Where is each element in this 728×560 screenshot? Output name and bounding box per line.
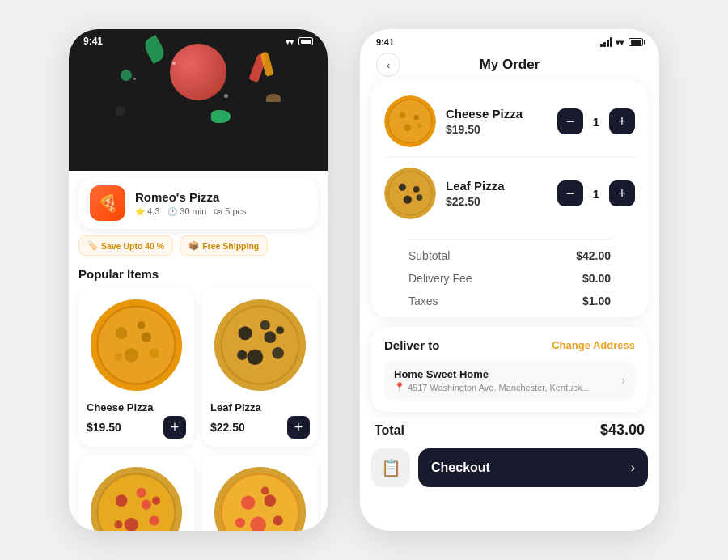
pizza-card-tomz[interactable]: Tomz Pizza $20.00 xyxy=(202,455,318,531)
pizza-card-peri[interactable]: Peri Pizza $18.00 xyxy=(78,455,194,531)
svg-point-37 xyxy=(261,487,269,495)
cheese-pizza-price-row: $19.50 + xyxy=(87,416,186,439)
total-label: Total xyxy=(375,423,404,438)
leaf-pizza-price: $22.50 xyxy=(210,421,245,434)
delivery-fee-label: Delivery Fee xyxy=(408,272,472,285)
order-cheese-img xyxy=(384,95,436,147)
leaf-pizza-price-row: $22.50 + xyxy=(210,416,310,439)
subtotal-row: Subtotal $42.00 xyxy=(408,244,611,267)
svg-point-5 xyxy=(125,348,138,362)
svg-point-11 xyxy=(222,308,298,383)
order-leaf-name: Leaf Pizza xyxy=(446,179,548,193)
svg-point-8 xyxy=(138,321,146,329)
change-address-btn[interactable]: Change Address xyxy=(552,339,635,351)
bag-icon: 🛍 xyxy=(214,207,222,216)
leaf-qty-decrease[interactable]: − xyxy=(557,180,583,206)
svg-point-44 xyxy=(417,123,421,128)
deliver-section: Deliver to Change Address Home Sweet Hom… xyxy=(371,327,648,412)
right-phone: 9:41 ▾▾ ‹ My Order xyxy=(360,29,659,531)
order-cheese-name: Cheese Pizza xyxy=(446,107,548,121)
clock-icon: 🕐 xyxy=(167,207,177,216)
checkout-icon: 📋 xyxy=(381,458,401,477)
svg-point-14 xyxy=(248,349,264,365)
peri-pizza-img xyxy=(87,463,186,531)
leaf-qty-increase[interactable]: + xyxy=(609,180,635,206)
restaurant-emoji: 🍕 xyxy=(98,193,118,213)
svg-point-23 xyxy=(142,500,151,510)
deliver-header: Deliver to Change Address xyxy=(384,338,635,352)
order-leaf-info: Leaf Pizza $22.50 xyxy=(446,179,548,208)
promo-bar: 🏷️ Save Upto 40 % 📦 Free Shipping xyxy=(78,235,318,256)
hero-status-icons: ▾▾ xyxy=(270,36,313,46)
subtotal-label: Subtotal xyxy=(408,249,450,262)
signal-icon xyxy=(270,36,282,46)
popular-title: Popular Items xyxy=(78,267,318,281)
restaurant-meta: ⭐ 4.3 🕐 30 min 🛍 5 pcs xyxy=(135,206,247,216)
svg-point-36 xyxy=(235,518,245,528)
checkout-button[interactable]: Checkout › xyxy=(418,448,648,487)
svg-point-42 xyxy=(413,115,418,120)
hero-status-bar: 9:41 ▾▾ xyxy=(69,29,328,47)
cheese-pizza-img xyxy=(87,295,186,395)
star-icon: ⭐ xyxy=(135,207,145,216)
svg-point-3 xyxy=(116,327,128,339)
delivery-fee-value: $0.00 xyxy=(582,272,611,285)
order-signal-icon xyxy=(600,37,612,47)
pizza-grid: Cheese Pizza $19.50 + xyxy=(78,287,318,531)
svg-point-6 xyxy=(149,348,159,358)
order-item-leaf: Leaf Pizza $22.50 − 1 + xyxy=(384,157,635,229)
address-name: Home Sweet Home xyxy=(394,368,589,380)
tomz-pizza-img xyxy=(210,463,310,531)
svg-point-50 xyxy=(404,196,412,204)
cheese-qty-decrease[interactable]: − xyxy=(557,108,583,134)
restaurant-info: Romeo's Pizza ⭐ 4.3 🕐 30 min 🛍 5 pcs xyxy=(135,190,247,216)
pizza-card-cheese[interactable]: Cheese Pizza $19.50 + xyxy=(78,287,194,447)
promo-tag-2[interactable]: 📦 Free Shipping xyxy=(180,235,268,256)
battery-icon xyxy=(298,37,313,45)
svg-point-28 xyxy=(152,497,160,505)
order-leaf-img xyxy=(384,168,436,219)
order-wifi-icon: ▾▾ xyxy=(616,38,624,47)
svg-point-16 xyxy=(237,350,247,360)
taxes-label: Taxes xyxy=(408,295,438,308)
restaurant-logo: 🍕 xyxy=(90,185,125,221)
total-value: $43.00 xyxy=(600,422,645,439)
svg-point-4 xyxy=(142,333,151,342)
svg-point-18 xyxy=(276,326,284,334)
address-row[interactable]: Home Sweet Home 📍 4517 Washington Ave. M… xyxy=(384,360,635,401)
svg-point-47 xyxy=(389,172,431,214)
order-battery-icon xyxy=(629,38,643,46)
svg-point-22 xyxy=(116,494,128,507)
left-phone: 9:41 ▾▾ 🍕 Romeo's Pizza ⭐ 4.3 xyxy=(69,29,328,531)
pizza-card-leaf[interactable]: Leaf Pizza $22.50 + xyxy=(202,287,318,447)
svg-point-49 xyxy=(413,186,420,193)
address-info: Home Sweet Home 📍 4517 Washington Ave. M… xyxy=(394,368,589,392)
hero-bg xyxy=(69,29,328,171)
order-items-card: Cheese Pizza $19.50 − 1 + xyxy=(371,81,648,317)
promo-tag-1[interactable]: 🏷️ Save Upto 40 % xyxy=(78,235,173,256)
hero-time: 9:41 xyxy=(83,36,103,47)
order-time: 9:41 xyxy=(376,37,394,47)
leaf-pizza-add-btn[interactable]: + xyxy=(287,416,310,439)
cheese-qty-num: 1 xyxy=(590,115,603,129)
address-line: 📍 4517 Washington Ave. Manchester, Kentu… xyxy=(394,382,589,392)
order-cheese-price: $19.50 xyxy=(446,123,548,136)
restaurant-card[interactable]: 🍕 Romeo's Pizza ⭐ 4.3 🕐 30 min 🛍 5 pcs xyxy=(78,177,318,229)
svg-point-33 xyxy=(264,494,276,507)
address-chevron-icon: › xyxy=(621,374,625,387)
leaf-pizza-img xyxy=(210,295,310,395)
svg-point-2 xyxy=(99,308,174,383)
rating-meta: ⭐ 4.3 xyxy=(135,206,159,216)
cheese-qty-controls: − 1 + xyxy=(557,108,635,134)
svg-point-13 xyxy=(264,331,276,343)
svg-point-41 xyxy=(400,112,406,118)
checkout-arrow-icon: › xyxy=(631,460,635,475)
deliver-title: Deliver to xyxy=(384,338,439,352)
svg-point-15 xyxy=(272,347,284,359)
cheese-qty-increase[interactable]: + xyxy=(609,108,635,134)
hero-banner: 9:41 ▾▾ xyxy=(69,29,328,171)
delivery-fee-row: Delivery Fee $0.00 xyxy=(408,267,611,290)
back-button[interactable]: ‹ xyxy=(376,53,400,77)
time-meta: 🕐 30 min xyxy=(167,206,206,216)
cheese-pizza-add-btn[interactable]: + xyxy=(163,416,186,439)
